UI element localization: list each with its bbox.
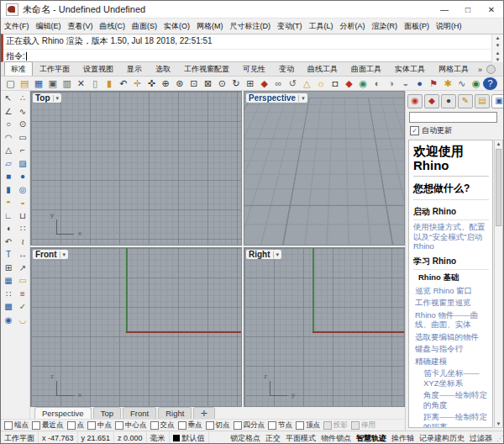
- toolbar-tab[interactable]: 选取: [149, 61, 177, 76]
- spinner-up-icon[interactable]: ▲: [492, 50, 503, 56]
- rotate-cplane-icon[interactable]: ↺: [286, 77, 300, 90]
- zoom-selected-icon[interactable]: ⊙: [215, 77, 229, 90]
- viewport-tab[interactable]: Top: [93, 407, 121, 419]
- layer-field[interactable]: 默认值: [170, 431, 209, 444]
- checkbox-icon[interactable]: [296, 421, 304, 430]
- cylinder-icon[interactable]: ▮: [2, 184, 15, 197]
- display-tab-icon[interactable]: ●: [441, 94, 456, 108]
- command-input-spinner[interactable]: ▲ ▼: [491, 50, 503, 63]
- rendered-display-icon[interactable]: ●: [412, 77, 427, 90]
- zipper-icon[interactable]: ≡: [16, 288, 29, 301]
- panel-link[interactable]: 选取要编辑的物件: [415, 332, 489, 342]
- move-icon[interactable]: ↗: [16, 262, 29, 275]
- chevron-down-icon[interactable]: ▾: [53, 95, 60, 102]
- eraser-icon[interactable]: ▭: [16, 275, 29, 288]
- help-icon[interactable]: ?: [483, 77, 497, 90]
- osnap-toggle[interactable]: 中点: [87, 420, 112, 431]
- menu-item[interactable]: 分析(A): [337, 21, 369, 32]
- scroll-up-icon[interactable]: ▲: [492, 34, 503, 42]
- notes-tab-icon[interactable]: ✎: [458, 94, 473, 108]
- osnap-toggle[interactable]: 端点: [4, 420, 29, 431]
- viewport-layout-icon[interactable]: ⊞: [244, 77, 258, 90]
- point-icon[interactable]: ∴: [16, 92, 29, 105]
- status-toggle[interactable]: 过滤器: [467, 433, 495, 444]
- paste-icon[interactable]: ▮: [102, 77, 117, 90]
- osnap-toggle[interactable]: 垂点: [178, 420, 202, 431]
- panel-url-input[interactable]: [409, 112, 497, 123]
- scroll-down-icon[interactable]: ▼: [495, 421, 502, 426]
- render-shield-icon[interactable]: ◆: [342, 77, 356, 90]
- panel-link[interactable]: 键盘与指令行: [415, 344, 489, 354]
- link-view-icon[interactable]: ∞: [271, 77, 286, 90]
- maximize-button[interactable]: □: [456, 1, 480, 18]
- menu-item[interactable]: 说明(H): [433, 21, 465, 32]
- torus-icon[interactable]: ◎: [16, 184, 29, 197]
- scroll-up-icon[interactable]: ▲: [495, 141, 502, 146]
- flag-icon[interactable]: ⚑: [427, 77, 441, 90]
- checkbox-icon[interactable]: [268, 421, 276, 430]
- menu-item[interactable]: 工具(L): [306, 21, 337, 32]
- arc-icon[interactable]: ◠: [2, 132, 15, 145]
- print-icon[interactable]: ▣: [45, 77, 60, 90]
- surface-icon[interactable]: ▱: [2, 158, 15, 171]
- chevron-down-icon[interactable]: ▾: [60, 251, 66, 258]
- checkbox-icon[interactable]: [323, 421, 332, 430]
- dimension-icon[interactable]: ↔: [16, 249, 29, 262]
- panel-sublink[interactable]: 笛卡儿坐标——XYZ坐标系: [423, 368, 489, 388]
- panel-link[interactable]: Rhino 物件——曲线、曲面、实体: [415, 310, 489, 330]
- osnap-toggle[interactable]: 投影: [323, 420, 348, 431]
- toolbar-tab[interactable]: 设置视图: [76, 61, 120, 76]
- checkbox-icon[interactable]: [32, 421, 40, 430]
- hatch-icon[interactable]: ▩: [2, 301, 15, 314]
- resize-grip-icon[interactable]: ⋰: [496, 435, 503, 442]
- toolbar-tab[interactable]: 显示: [120, 61, 149, 76]
- point-group-icon[interactable]: ∷: [16, 223, 29, 235]
- osnap-toggle[interactable]: 停用: [351, 420, 375, 431]
- check-icon[interactable]: ✓: [16, 301, 29, 314]
- xray-display-icon[interactable]: ◒: [398, 77, 412, 90]
- menu-item[interactable]: 曲面(S): [129, 21, 160, 32]
- rectangle-icon[interactable]: ▭: [16, 132, 29, 145]
- join-icon[interactable]: ⊔: [16, 210, 29, 223]
- viewport-front-label[interactable]: Front ▾: [33, 250, 68, 259]
- checkbox-icon[interactable]: [87, 421, 96, 430]
- checkbox-icon[interactable]: [351, 421, 360, 430]
- zoom-window-icon[interactable]: ⊡: [186, 77, 201, 90]
- loft-surface-icon[interactable]: ▨: [16, 158, 29, 171]
- shaded-display-icon[interactable]: ◐: [370, 77, 385, 90]
- menu-item[interactable]: 文件(F): [1, 21, 33, 32]
- status-toggle[interactable]: 智慧轨迹: [354, 433, 389, 444]
- status-toggle[interactable]: 锁定格点: [228, 433, 263, 444]
- viewport-front[interactable]: Front ▾ z x: [30, 247, 242, 407]
- menu-item[interactable]: 实体(O): [160, 21, 193, 32]
- menu-item[interactable]: 查看(V): [65, 21, 97, 32]
- checkbox-icon[interactable]: [115, 421, 123, 430]
- pan-icon[interactable]: ✛: [130, 77, 144, 90]
- status-toggle[interactable]: 物件锁点: [318, 433, 354, 444]
- menu-item[interactable]: 尺寸标注(D): [227, 21, 275, 32]
- chevron-down-icon[interactable]: ▾: [273, 251, 280, 258]
- menu-item[interactable]: 面板(P): [401, 21, 433, 32]
- ghosted-display-icon[interactable]: ◑: [385, 77, 399, 90]
- curve-icon[interactable]: ∿: [16, 106, 29, 119]
- lock-icon[interactable]: ◘: [328, 77, 342, 90]
- viewport-right[interactable]: Right ▾ z y: [244, 247, 405, 407]
- units-field[interactable]: 毫米: [147, 431, 170, 444]
- toolbar-tab[interactable]: 曲面工具: [344, 61, 388, 76]
- cut-icon[interactable]: ✕: [74, 77, 88, 90]
- viewport-tab[interactable]: ✛: [193, 407, 215, 419]
- toolbar-options-circle-icon[interactable]: [486, 65, 496, 74]
- corner-curve-icon[interactable]: ⌐: [16, 145, 29, 157]
- minimize-button[interactable]: —: [433, 1, 456, 18]
- panel-scrollbar[interactable]: ▲ ▼: [494, 140, 503, 428]
- toolbar-overflow-chevron[interactable]: »: [475, 66, 485, 76]
- toolbar-tab[interactable]: 实体工具: [388, 61, 432, 76]
- menu-item[interactable]: 渲染(R): [369, 21, 402, 32]
- zoom-icon[interactable]: ⊕: [159, 77, 173, 90]
- viewport-right-label[interactable]: Right ▾: [246, 250, 281, 259]
- status-toggle[interactable]: 记录建构历史: [417, 433, 467, 444]
- set-view-icon[interactable]: △: [300, 77, 314, 90]
- osnap-toggle[interactable]: 四分点: [234, 420, 265, 431]
- pipe-icon[interactable]: ≀: [16, 236, 29, 249]
- circle-icon[interactable]: ○: [2, 119, 15, 131]
